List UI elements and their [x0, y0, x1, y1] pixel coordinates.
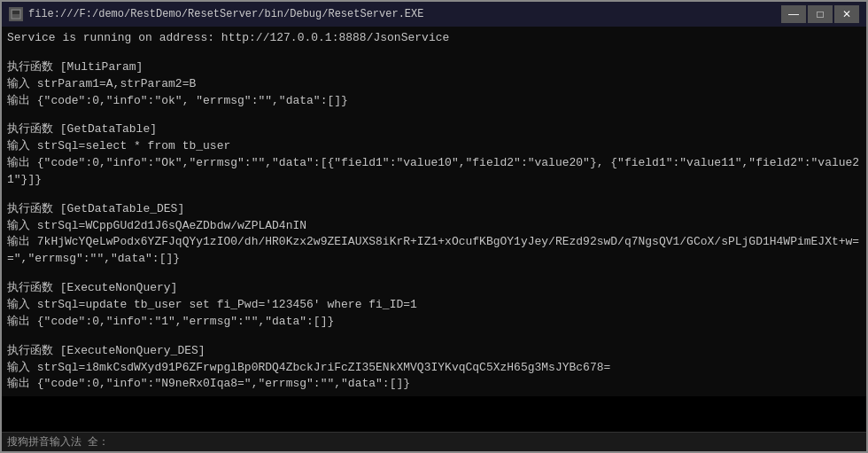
console-line: 输入 strSql=update tb_user set fi_Pwd='123… — [7, 297, 861, 314]
console-line — [7, 109, 861, 121]
console-line: 执行函数 [ExecuteNonQuery_DES] — [7, 343, 861, 360]
console-line: 输入 strSql=select * from tb_user — [7, 138, 861, 155]
console-line: 执行函数 [GetDataTable] — [7, 121, 861, 138]
console-line — [7, 331, 861, 343]
title-text: file:///F:/demo/RestDemo/ResetServer/bin… — [28, 8, 423, 20]
console-line: 输出 {"code":0,"info":"N9neRx0Iqa8=","errm… — [7, 376, 861, 393]
close-button[interactable]: ✕ — [834, 5, 859, 23]
console-line: 执行函数 [MultiParam] — [7, 59, 861, 76]
console-line: 输入 strParam1=A,strParam2=B — [7, 76, 861, 93]
ime-status: 搜狗拼音输入法 全： — [7, 434, 109, 449]
maximize-button[interactable]: □ — [808, 5, 833, 23]
console-line: 执行函数 [GetDataTable_DES] — [7, 201, 861, 218]
console-line: 输出 7kHjWcYQeLwPodx6YZFJqQYy1zIO0/dh/HR0K… — [7, 234, 861, 268]
window: file:///F:/demo/RestDemo/ResetServer/bin… — [0, 0, 868, 453]
console-line: 执行函数 [ExecuteNonQuery] — [7, 280, 861, 297]
console-line — [7, 268, 861, 280]
console-line: 输出 {"code":0,"info":"1","errmsg":"","dat… — [7, 314, 861, 331]
title-bar-controls: — □ ✕ — [781, 5, 859, 23]
console-wrapper: Service is running on address: http://12… — [2, 27, 866, 432]
bottom-bar: 搜狗拼音输入法 全： — [2, 432, 866, 451]
svg-rect-1 — [12, 11, 19, 14]
console-line: 输出 {"code":0,"info":"Ok","errmsg":"","da… — [7, 155, 861, 189]
console-line — [7, 189, 861, 201]
console-content[interactable]: Service is running on address: http://12… — [2, 27, 866, 432]
title-bar: file:///F:/demo/RestDemo/ResetServer/bin… — [2, 2, 866, 27]
console-line: 输入 strSql=WCppGUd2d1J6sQAeZDbdw/wZPLAD4n… — [7, 218, 861, 235]
console-line — [7, 47, 861, 59]
title-bar-left: file:///F:/demo/RestDemo/ResetServer/bin… — [9, 7, 423, 21]
console-line: 输出 {"code":0,"info":"ok", "errmsg":"","d… — [7, 93, 861, 110]
console-line: Service is running on address: http://12… — [7, 30, 861, 47]
minimize-button[interactable]: — — [781, 5, 806, 23]
console-area: Service is running on address: http://12… — [2, 27, 866, 396]
window-icon — [9, 7, 23, 21]
console-line: 输入 strSql=i8mkCsdWXyd91P6ZFrwpglBp0RDQ4Z… — [7, 360, 861, 377]
